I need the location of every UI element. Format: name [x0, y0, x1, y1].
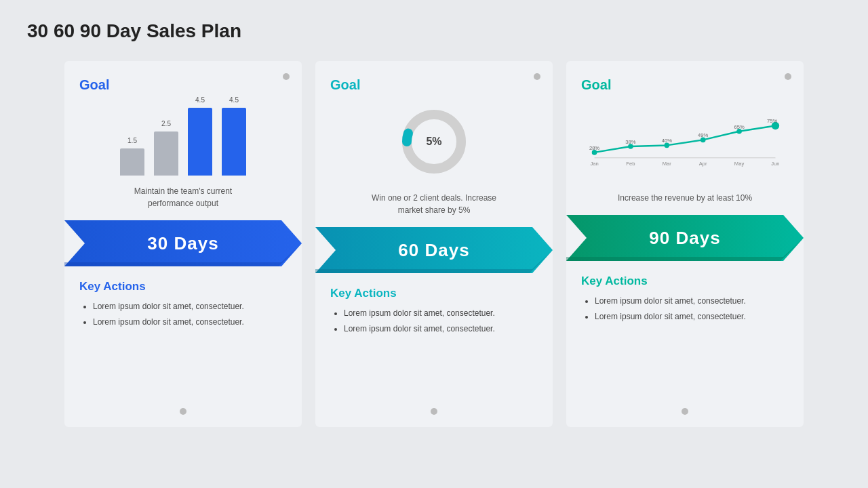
banner-90: 90 Days: [566, 215, 804, 261]
donut-chart: 5%: [330, 101, 538, 182]
key-actions-title-90: Key Actions: [581, 274, 789, 288]
page-title: 30 60 90 Day Sales Plan: [27, 20, 841, 42]
banner-label-30: 30 Days: [147, 233, 218, 254]
svg-text:Jun: Jun: [771, 161, 779, 167]
action-item: Lorem ipsum dolor sit amet, consectetuer…: [93, 300, 287, 313]
key-actions-list-60: Lorem ipsum dolor sit amet, consectetuer…: [330, 307, 538, 338]
bar-2: [154, 131, 178, 176]
bar-chart: 1.5 2.5 4.5 4.5: [86, 101, 280, 176]
svg-text:Apr: Apr: [699, 161, 707, 167]
banner-60: 60 Days: [315, 227, 553, 273]
goal-label-90: Goal: [581, 77, 789, 93]
chart-desc-90: Increase the revenue by at least 10%: [581, 192, 789, 204]
card-dot-bottom: [180, 408, 186, 415]
action-item: Lorem ipsum dolor sit amet, consectetuer…: [595, 310, 789, 323]
bar-group-1: 1.5: [120, 137, 144, 176]
svg-text:28%: 28%: [589, 145, 599, 151]
key-actions-list-90: Lorem ipsum dolor sit amet, consectetuer…: [581, 295, 789, 326]
card-dot-bottom: [431, 408, 437, 415]
card-dot-top: [785, 73, 791, 80]
action-item: Lorem ipsum dolor sit amet, consectetuer…: [93, 316, 287, 329]
svg-text:Mar: Mar: [663, 161, 672, 167]
key-actions-title-30: Key Actions: [79, 280, 287, 293]
card-dot-top: [283, 73, 290, 80]
card-dot-bottom: [682, 408, 688, 415]
bar-group-2: 2.5: [154, 120, 178, 176]
card-60-days: Goal 5% Win one or 2 client deals. Incre…: [315, 61, 553, 427]
svg-text:75%: 75%: [767, 118, 777, 124]
bar-label-2: 2.5: [161, 120, 171, 127]
chart-desc-30: Maintain the team's currentperformance o…: [79, 185, 287, 209]
action-item: Lorem ipsum dolor sit amet, consectetuer…: [344, 307, 538, 320]
svg-text:49%: 49%: [698, 132, 708, 138]
svg-text:Jan: Jan: [590, 161, 598, 167]
svg-text:May: May: [734, 161, 745, 167]
card-dot-top: [534, 73, 540, 80]
line-chart: 28% 38% 40% 49% 65% 75% Jan Feb Mar Apr …: [581, 101, 789, 182]
bar-4: [222, 108, 246, 176]
bar-group-4: 4.5: [222, 96, 246, 176]
donut-wrapper: 5%: [397, 104, 471, 179]
goal-label-60: Goal: [330, 77, 538, 93]
action-item: Lorem ipsum dolor sit amet, consectetuer…: [344, 323, 538, 336]
bar-label-3: 4.5: [195, 96, 205, 104]
bar-label-1: 1.5: [127, 137, 137, 144]
svg-text:40%: 40%: [662, 138, 672, 144]
action-item: Lorem ipsum dolor sit amet, consectetuer…: [595, 295, 789, 308]
svg-text:65%: 65%: [734, 124, 744, 130]
chart-desc-60: Win one or 2 client deals. Increasemarke…: [330, 192, 538, 216]
banner-label-60: 60 Days: [398, 240, 469, 261]
card-90-days: Goal 28% 38% 40%: [566, 61, 804, 427]
key-actions-title-60: Key Actions: [330, 287, 538, 300]
banner-label-90: 90 Days: [649, 228, 720, 249]
svg-text:38%: 38%: [625, 139, 635, 145]
goal-label-30: Goal: [79, 77, 287, 93]
bar-3: [188, 108, 212, 176]
key-actions-list-30: Lorem ipsum dolor sit amet, consectetuer…: [79, 300, 287, 331]
donut-center-label: 5%: [426, 136, 441, 148]
bar-1: [120, 148, 144, 176]
card-30-days: Goal 1.5 2.5 4.5 4.5 Maintain the team's…: [64, 61, 302, 427]
bar-label-4: 4.5: [229, 96, 239, 104]
svg-text:Feb: Feb: [626, 161, 635, 167]
cards-container: Goal 1.5 2.5 4.5 4.5 Maintain the team's…: [27, 61, 841, 427]
bar-group-3: 4.5: [188, 96, 212, 176]
banner-30: 30 Days: [64, 220, 302, 266]
